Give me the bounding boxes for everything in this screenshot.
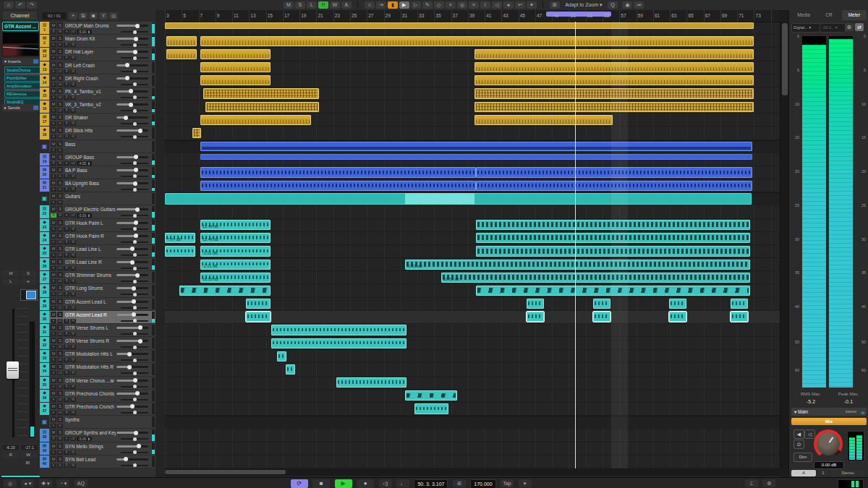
track-name[interactable]: GROUP Bass (65, 154, 94, 160)
track-pan-slider[interactable] (121, 31, 148, 33)
track-lane[interactable] (165, 153, 780, 166)
track-pan-slider[interactable] (121, 320, 148, 322)
track-name[interactable]: GTR Hook Palm R (65, 233, 104, 239)
insert-slot-4[interactable]: REVerence (4, 90, 41, 98)
audio-event[interactable] (669, 299, 686, 309)
transport-position-display[interactable]: 50. 3. 3.107 (414, 479, 448, 488)
track-volume-slider[interactable] (116, 353, 148, 355)
track-color-tab[interactable]: ◆33 (40, 350, 49, 362)
track-name[interactable]: Bass (65, 141, 75, 147)
track-pan-slider[interactable] (121, 44, 148, 46)
autoscroll-icon[interactable]: ⇥ (376, 1, 386, 9)
track-row[interactable]: ◆31MSGTR Verse Strums LecdRW (40, 324, 156, 337)
track-control-badge[interactable]: io (57, 424, 63, 428)
midi-event[interactable] (200, 36, 754, 46)
stop-button[interactable]: ■ (312, 479, 330, 488)
track-mute-button[interactable]: M (51, 416, 56, 422)
track-control-badge[interactable]: cd (57, 306, 63, 310)
track-mute-button[interactable]: M (51, 233, 56, 239)
track-solo-button[interactable]: S (57, 377, 63, 383)
audio-event[interactable]: 12.46 dB (200, 233, 271, 243)
track-color-tab[interactable]: ◆34 (40, 363, 49, 375)
track-volume-slider[interactable] (116, 77, 148, 80)
track-mute-button[interactable]: M (51, 429, 56, 435)
track-control-badge[interactable]: io (57, 121, 63, 126)
track-name[interactable]: DR Shaker (65, 114, 88, 121)
track-edit-badge[interactable]: e (51, 121, 56, 126)
track-pan-slider[interactable] (121, 452, 148, 453)
track-read-badge[interactable]: R (64, 266, 69, 270)
track-volume-slider[interactable] (116, 169, 148, 171)
bus-number[interactable]: 1 (818, 470, 828, 476)
midi-event[interactable] (205, 102, 319, 112)
track-edit-badge[interactable]: e (51, 358, 56, 362)
track-write-badge[interactable]: W (70, 266, 76, 270)
track-control-badge[interactable]: cd (57, 108, 63, 113)
track-lane[interactable] (165, 74, 780, 87)
track-mute-button[interactable]: M (51, 299, 56, 304)
audio-event[interactable] (669, 312, 686, 322)
audio-event[interactable] (200, 443, 246, 453)
snap-type-icon[interactable]: ↩ (515, 1, 525, 9)
mute-tool[interactable]: × (446, 1, 456, 9)
track-name[interactable]: GTR Modulation Hits L (65, 351, 113, 357)
track-row[interactable]: ◆29MSGTR Accent Lead LecdRW (40, 298, 156, 311)
tempo-display[interactable]: 170.000 (470, 479, 495, 488)
track-mute-button[interactable]: M (51, 141, 56, 147)
track-write-badge[interactable]: W (70, 134, 76, 139)
track-solo-button[interactable]: S (57, 351, 63, 356)
track-edit-badge[interactable]: e (51, 332, 56, 336)
track-visibility-counter[interactable]: 90 / 91 (42, 12, 67, 20)
track-name[interactable]: DR Right Crash (65, 75, 98, 82)
erase-tool[interactable]: ◇ (434, 1, 444, 9)
volume-fader-handle[interactable] (7, 361, 19, 379)
track-lane[interactable] (165, 114, 780, 127)
track-edit-badge[interactable]: e (64, 161, 69, 166)
track-name[interactable]: GTR Verse Strums R (65, 338, 109, 344)
track-control-badge[interactable]: io (57, 450, 63, 455)
channel-solo-button[interactable]: S (20, 270, 36, 277)
track-read-badge[interactable]: R (64, 398, 69, 402)
track-control-badge[interactable]: io (57, 43, 63, 47)
track-row[interactable]: ◆15MSPK_4_Tambo_v1ecdRW (40, 87, 156, 100)
track-volume-slider[interactable] (116, 340, 148, 342)
track-read-badge[interactable]: R (64, 69, 69, 74)
track-pan-slider[interactable] (121, 307, 148, 309)
horizontal-scrollbar-thumb[interactable] (165, 470, 286, 474)
track-color-tab[interactable]: ▥22 (40, 205, 49, 218)
track-solo-button[interactable]: S (57, 429, 63, 435)
audio-event[interactable] (414, 403, 448, 414)
filter-icon[interactable]: Y (99, 12, 108, 20)
track-volume-slider[interactable] (116, 393, 148, 395)
playhead-cursor[interactable] (575, 22, 576, 468)
track-name[interactable]: DR Hat Layer (65, 48, 93, 55)
track-pan-slider[interactable] (121, 372, 148, 374)
track-read-badge[interactable]: R (64, 174, 69, 179)
track-row[interactable]: ▣MSBasseio (40, 140, 156, 153)
arrangement-lanes[interactable]: 12.46 dB7.97 dB12.46 dB-1.01 dB-1.01 dB-… (165, 22, 780, 468)
track-name[interactable]: GTR Accent Lead R (65, 312, 107, 318)
talkback-clock-icon[interactable]: ⊙ (793, 440, 804, 449)
track-read-badge[interactable]: R (64, 385, 69, 389)
track-mute-button[interactable]: M (51, 101, 56, 107)
track-color-tab[interactable]: ▤20 (40, 166, 49, 179)
track-solo-button[interactable]: S (57, 101, 63, 107)
color-tool[interactable]: ● (503, 1, 514, 9)
track-mute-button[interactable]: M (51, 114, 56, 120)
track-color-tab[interactable]: ◆32 (40, 337, 49, 349)
track-read-badge[interactable]: R (64, 95, 69, 100)
track-mute-button[interactable]: M (51, 180, 56, 186)
audio-event[interactable] (593, 299, 610, 309)
automation-l-button[interactable]: L (307, 1, 317, 9)
track-color-tab[interactable]: ◆30 (40, 311, 49, 323)
track-control-badge[interactable]: io (57, 187, 63, 192)
track-control-badge[interactable]: cd (70, 30, 76, 34)
track-read-badge[interactable]: R (51, 30, 56, 34)
track-read-badge[interactable]: R (64, 134, 69, 139)
record-button[interactable]: ● (357, 479, 374, 488)
track-color-tab[interactable]: ◆36 (40, 390, 49, 402)
track-read-badge[interactable]: R (64, 82, 69, 87)
track-edit-badge[interactable]: e (51, 319, 56, 323)
track-color-tab[interactable]: ▣ (40, 140, 49, 153)
track-read-badge[interactable]: R (64, 319, 69, 323)
